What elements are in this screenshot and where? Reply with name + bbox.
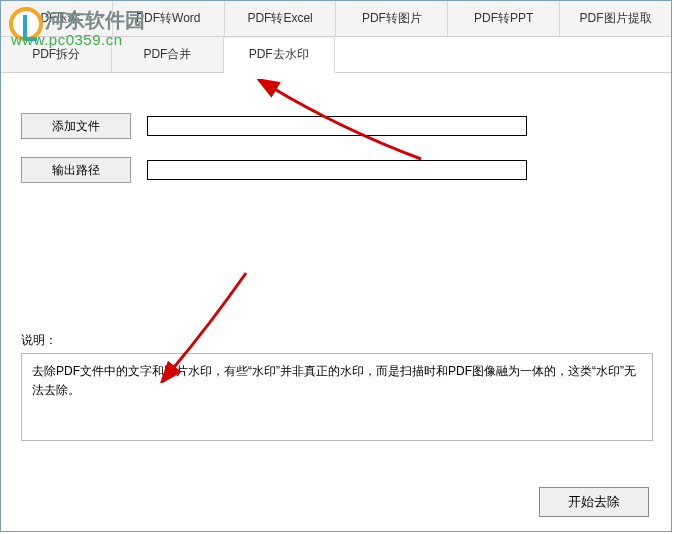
tab-label: PDF转Word [136, 10, 200, 27]
add-file-button[interactable]: 添加文件 [21, 113, 131, 139]
tab-pdf-remove-watermark[interactable]: PDF去水印 [224, 38, 335, 73]
tab-label: PDF转图片 [362, 10, 422, 27]
tab-label: PDF去水印 [249, 46, 309, 63]
tab-pdf-to-image[interactable]: PDF转图片 [336, 1, 448, 36]
tab-label: PDF转PPT [474, 10, 533, 27]
tabs-row-1: PDF压缩 PDF转Word PDF转Excel PDF转图片 PDF转PPT … [1, 1, 671, 37]
tab-pdf-to-ppt[interactable]: PDF转PPT [448, 1, 560, 36]
output-path-input[interactable] [147, 160, 527, 180]
tab-pdf-to-word[interactable]: PDF转Word [113, 1, 225, 36]
start-remove-button[interactable]: 开始去除 [539, 487, 649, 517]
tab-pdf-compress[interactable]: PDF压缩 [1, 1, 113, 36]
tab-spacer [335, 37, 671, 72]
tab-label: PDF转Excel [247, 10, 312, 27]
footer: 开始去除 [539, 487, 649, 517]
app-window: 河东软件园 www.pc0359.cn PDF压缩 PDF转Word PDF转E… [0, 0, 672, 532]
tab-label: PDF拆分 [32, 46, 80, 63]
tab-pdf-to-excel[interactable]: PDF转Excel [225, 1, 337, 36]
tab-label: PDF压缩 [32, 10, 80, 27]
tab-pdf-merge[interactable]: PDF合并 [112, 37, 223, 72]
output-path-button[interactable]: 输出路径 [21, 157, 131, 183]
tab-pdf-split[interactable]: PDF拆分 [1, 37, 112, 72]
tab-label: PDF图片提取 [580, 10, 652, 27]
output-path-row: 输出路径 [21, 157, 651, 183]
add-file-row: 添加文件 [21, 113, 651, 139]
tab-label: PDF合并 [143, 46, 191, 63]
description-box: 去除PDF文件中的文字和图片水印，有些“水印”并非真正的水印，而是扫描时和PDF… [21, 353, 653, 441]
description-label: 说明： [21, 332, 57, 349]
tabs-row-2: PDF拆分 PDF合并 PDF去水印 [1, 37, 671, 73]
tab-pdf-extract-images[interactable]: PDF图片提取 [560, 1, 671, 36]
content-area: 添加文件 输出路径 说明： 去除PDF文件中的文字和图片水印，有些“水印”并非真… [1, 73, 671, 453]
add-file-input[interactable] [147, 116, 527, 136]
description-text: 去除PDF文件中的文字和图片水印，有些“水印”并非真正的水印，而是扫描时和PDF… [32, 364, 636, 397]
